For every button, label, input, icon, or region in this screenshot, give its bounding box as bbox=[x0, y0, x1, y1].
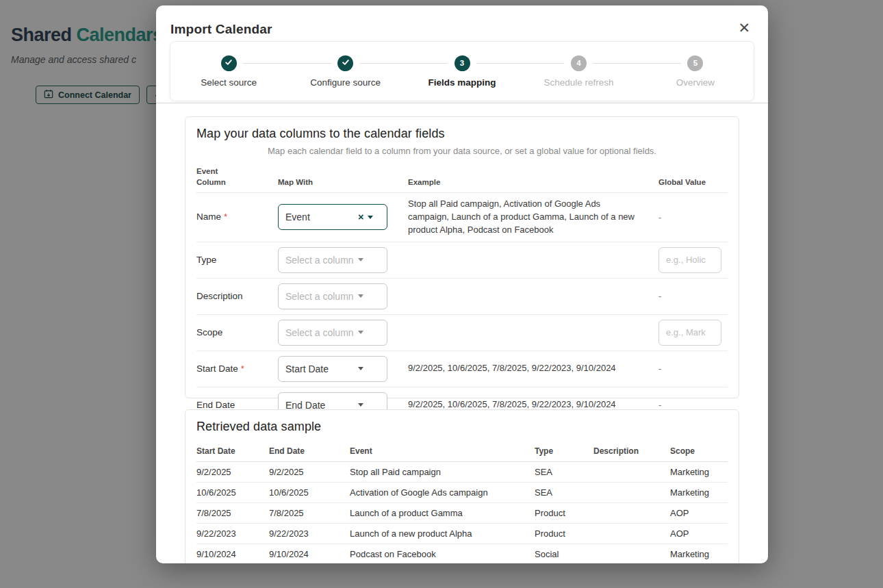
step-label: Schedule refresh bbox=[543, 77, 613, 88]
cell-end-date: 9/22/2023 bbox=[269, 528, 350, 539]
step-circle: 5 bbox=[687, 55, 703, 71]
cell-type: Product bbox=[535, 508, 593, 518]
step-fields-mapping[interactable]: 3 Fields mapping bbox=[404, 55, 520, 88]
cell-end-date: 10/6/2025 bbox=[269, 487, 350, 498]
column-header-event-column: Event Column bbox=[196, 166, 232, 188]
column-header-type: Type bbox=[535, 446, 593, 456]
cell-type: SEA bbox=[535, 487, 593, 498]
retrieved-data-sample-card: Retrieved data sample Start Date End Dat… bbox=[185, 409, 739, 563]
cell-scope: AOP bbox=[670, 528, 728, 539]
global-value: - bbox=[658, 291, 728, 301]
import-calendar-modal: Import Calendar ✕ Select source Configur… bbox=[156, 5, 768, 563]
header-divider bbox=[156, 103, 768, 103]
chevron-down-icon bbox=[368, 216, 373, 219]
cell-type: Social bbox=[535, 549, 593, 559]
select-placeholder: Select a column bbox=[285, 291, 354, 302]
global-value-input-type[interactable] bbox=[658, 247, 721, 273]
step-overview[interactable]: 5 Overview bbox=[637, 55, 754, 88]
cell-scope: Marketing bbox=[670, 487, 728, 498]
fields-mapping-card: Map your data columns to the calendar fi… bbox=[185, 116, 739, 398]
mapping-row-scope: Scope Select a column bbox=[196, 315, 728, 351]
mapping-subtitle: Map each calendar field to a column from… bbox=[196, 146, 728, 156]
cell-start-date: 9/10/2024 bbox=[196, 549, 269, 559]
check-icon bbox=[342, 58, 350, 68]
select-value: Event bbox=[285, 212, 354, 222]
cell-end-date: 9/10/2024 bbox=[269, 549, 350, 559]
chevron-down-icon bbox=[358, 331, 363, 334]
mapping-row-start-date: Start Date* Start Date 9/2/2025, 10/6/20… bbox=[196, 351, 728, 387]
table-row: 9/22/2023 9/22/2023 Launch of a new prod… bbox=[196, 524, 728, 544]
chevron-down-icon bbox=[358, 294, 363, 298]
mapping-row-type: Type Select a column bbox=[196, 242, 728, 279]
map-with-select-description[interactable]: Select a column bbox=[278, 283, 387, 309]
map-with-select-scope[interactable]: Select a column bbox=[278, 320, 387, 346]
cell-scope: AOP bbox=[670, 508, 728, 518]
field-label: Type bbox=[196, 253, 246, 267]
select-value: Start Date bbox=[285, 363, 354, 374]
cell-start-date: 9/22/2023 bbox=[196, 528, 269, 539]
global-value: - bbox=[658, 363, 728, 374]
map-with-select-type[interactable]: Select a column bbox=[278, 247, 387, 273]
cell-event: Launch of a product Gamma bbox=[350, 508, 535, 518]
cell-end-date: 7/8/2025 bbox=[269, 508, 350, 518]
column-header-description: Description bbox=[593, 446, 670, 456]
step-schedule-refresh[interactable]: 4 Schedule refresh bbox=[520, 55, 637, 88]
close-icon[interactable]: ✕ bbox=[738, 21, 750, 35]
mapping-table-header: Event Column Map With Example Global Val… bbox=[196, 166, 728, 193]
column-header-start-date: Start Date bbox=[196, 446, 269, 456]
step-number: 3 bbox=[460, 59, 464, 67]
step-circle: 4 bbox=[571, 55, 587, 71]
modal-title: Import Calendar bbox=[170, 22, 272, 37]
column-header-end-date: End Date bbox=[269, 446, 350, 456]
map-with-select-name[interactable]: Event × bbox=[278, 204, 387, 230]
field-label: Description bbox=[196, 290, 246, 303]
step-circle bbox=[337, 55, 353, 71]
select-placeholder: Select a column bbox=[285, 255, 354, 266]
column-header-event: Event bbox=[350, 446, 535, 456]
sample-table-header: Start Date End Date Event Type Descripti… bbox=[196, 446, 728, 462]
field-label: Start Date* bbox=[196, 362, 246, 376]
chevron-down-icon bbox=[358, 367, 363, 370]
wizard-stepper: Select source Configure source 3 Fields … bbox=[170, 41, 754, 101]
column-header-map-with: Map With bbox=[278, 177, 408, 188]
step-configure-source[interactable]: Configure source bbox=[287, 55, 403, 88]
step-label: Select source bbox=[201, 77, 257, 88]
table-row: 9/10/2024 9/10/2024 Podcast on Facebook … bbox=[196, 544, 728, 563]
step-label: Overview bbox=[676, 77, 715, 88]
cell-event: Activation of Google Ads campaign bbox=[350, 487, 535, 498]
global-value-input-scope[interactable] bbox=[658, 320, 721, 346]
select-placeholder: Select a column bbox=[285, 327, 354, 338]
step-number: 4 bbox=[576, 59, 580, 67]
field-label: Name* bbox=[196, 210, 246, 224]
column-header-scope: Scope bbox=[670, 446, 728, 456]
step-label: Configure source bbox=[310, 77, 381, 88]
step-number: 5 bbox=[693, 59, 698, 67]
cell-event: Launch of a new product Alpha bbox=[350, 528, 535, 539]
table-row: 7/8/2025 7/8/2025 Launch of a product Ga… bbox=[196, 503, 728, 524]
cell-type: SEA bbox=[535, 467, 593, 477]
table-row: 10/6/2025 10/6/2025 Activation of Google… bbox=[196, 483, 728, 503]
cell-event: Podcast on Facebook bbox=[350, 549, 535, 559]
step-select-source[interactable]: Select source bbox=[170, 55, 287, 88]
required-marker: * bbox=[241, 363, 244, 374]
map-with-select-start-date[interactable]: Start Date bbox=[278, 356, 387, 382]
step-label: Fields mapping bbox=[428, 77, 496, 88]
column-header-example: Example bbox=[408, 177, 658, 188]
global-value: - bbox=[658, 212, 728, 222]
example-text: Stop all Paid campaign, Activation of Go… bbox=[408, 198, 658, 237]
chevron-down-icon bbox=[358, 258, 363, 261]
example-text: 9/2/2025, 10/6/2025, 7/8/2025, 9/22/2023… bbox=[408, 362, 658, 375]
global-value: - bbox=[658, 400, 728, 410]
mapping-title: Map your data columns to the calendar fi… bbox=[196, 127, 728, 141]
cell-start-date: 7/8/2025 bbox=[196, 508, 269, 518]
clear-icon[interactable]: × bbox=[358, 212, 363, 222]
table-row: 9/2/2025 9/2/2025 Stop all Paid campaign… bbox=[196, 462, 728, 483]
chevron-down-icon bbox=[358, 403, 363, 407]
cell-scope: Marketing bbox=[670, 467, 728, 477]
cell-end-date: 9/2/2025 bbox=[269, 467, 350, 477]
field-label: Scope bbox=[196, 326, 246, 340]
required-marker: * bbox=[224, 212, 227, 222]
step-circle: 3 bbox=[455, 55, 470, 71]
sample-title: Retrieved data sample bbox=[196, 420, 728, 434]
cell-scope: Marketing bbox=[670, 549, 728, 559]
